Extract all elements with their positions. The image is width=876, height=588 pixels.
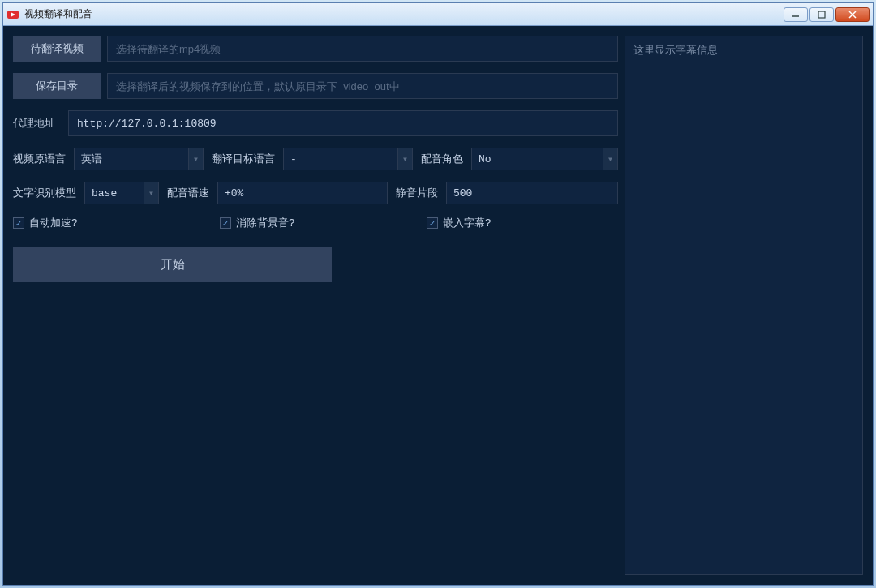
subtitle-panel: 这里显示字幕信息 — [625, 36, 863, 575]
target-lang-value[interactable] — [283, 148, 413, 170]
maximize-button[interactable] — [809, 7, 834, 22]
voice-rate-input[interactable] — [217, 182, 388, 204]
chevron-down-icon[interactable]: ▼ — [603, 148, 617, 170]
chevron-down-icon[interactable]: ▼ — [188, 148, 203, 170]
embed-sub-label: 嵌入字幕? — [443, 216, 491, 230]
source-lang-value[interactable] — [74, 148, 204, 170]
silence-label: 静音片段 — [396, 186, 438, 200]
chevron-down-icon[interactable]: ▼ — [144, 182, 158, 204]
select-savedir-button[interactable]: 保存目录 — [13, 73, 101, 99]
remove-bg-label: 消除背景音? — [236, 216, 294, 230]
video-path-input[interactable] — [107, 36, 618, 62]
start-button[interactable]: 开始 — [13, 247, 332, 282]
recog-model-label: 文字识别模型 — [13, 186, 76, 200]
proxy-label: 代理地址 — [13, 116, 62, 131]
auto-accel-label: 自动加速? — [29, 216, 77, 230]
auto-accel-checkbox[interactable]: ✓ 自动加速? — [13, 216, 212, 230]
target-lang-combo[interactable]: ▼ — [283, 148, 413, 170]
embed-sub-checkbox[interactable]: ✓ 嵌入字幕? — [427, 216, 491, 230]
source-lang-label: 视频原语言 — [13, 152, 66, 166]
proxy-input[interactable] — [68, 110, 618, 136]
minimize-button[interactable] — [784, 7, 808, 22]
left-panel: 待翻译视频 保存目录 代理地址 视频原语言 ▼ 翻译目标语言 — [13, 36, 618, 575]
titlebar[interactable]: 视频翻译和配音 — [3, 3, 873, 26]
source-lang-combo[interactable]: ▼ — [74, 148, 204, 170]
checkbox-icon: ✓ — [13, 217, 24, 229]
app-icon — [6, 9, 21, 20]
voice-role-value[interactable] — [471, 148, 618, 170]
voice-role-label: 配音角色 — [421, 152, 463, 166]
window-title: 视频翻译和配音 — [24, 7, 784, 21]
target-lang-label: 翻译目标语言 — [212, 152, 275, 166]
app-window: 视频翻译和配音 待翻译视频 保存目录 代理地址 视频原语言 — [2, 2, 874, 586]
voice-rate-label: 配音语速 — [167, 186, 209, 200]
checkbox-icon: ✓ — [220, 217, 231, 229]
savedir-input[interactable] — [107, 73, 618, 99]
checkbox-icon: ✓ — [427, 217, 438, 229]
client-area: 待翻译视频 保存目录 代理地址 视频原语言 ▼ 翻译目标语言 — [3, 26, 873, 585]
voice-role-combo[interactable]: ▼ — [471, 148, 618, 170]
recog-model-combo[interactable]: ▼ — [84, 182, 159, 204]
remove-bg-checkbox[interactable]: ✓ 消除背景音? — [220, 216, 419, 230]
window-controls — [784, 7, 870, 22]
select-video-button[interactable]: 待翻译视频 — [13, 36, 101, 62]
svg-rect-2 — [818, 11, 825, 18]
chevron-down-icon[interactable]: ▼ — [397, 148, 412, 170]
silence-input[interactable] — [446, 182, 618, 204]
subtitle-placeholder: 这里显示字幕信息 — [633, 44, 718, 56]
close-button[interactable] — [835, 7, 870, 22]
